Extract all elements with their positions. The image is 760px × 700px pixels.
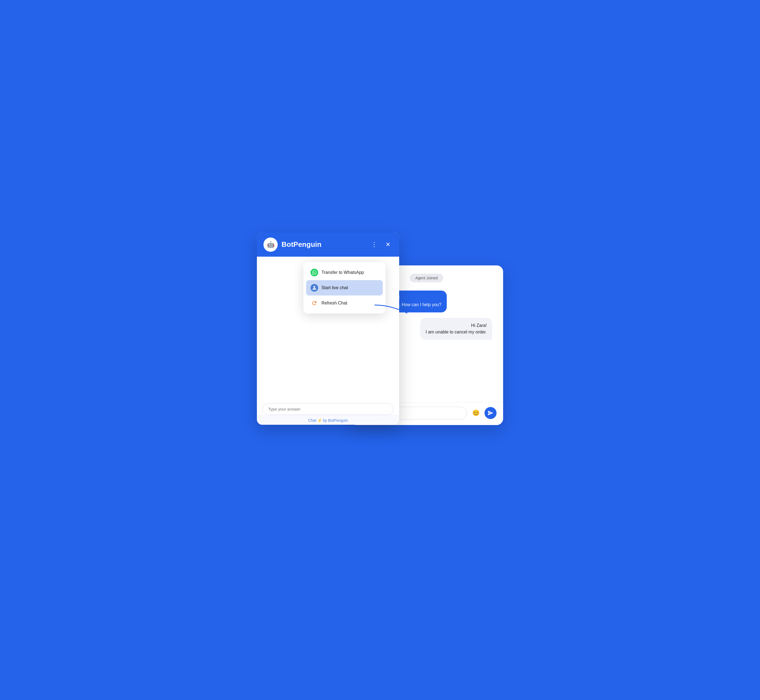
close-button[interactable]: ✕ bbox=[383, 240, 393, 249]
user-message-bubble: Hi Zara!I am unable to cancel my order. bbox=[420, 318, 492, 340]
emoji-button[interactable]: 😊 bbox=[470, 408, 481, 419]
chat-body: Transfer to WhatsApp Start live chat bbox=[257, 257, 399, 399]
whatsapp-icon bbox=[310, 269, 318, 277]
chat-header: 🤖 BotPenguin ⋮ ✕ bbox=[257, 233, 399, 257]
chat-input[interactable] bbox=[262, 403, 394, 415]
brand-name: BotPenguin bbox=[282, 240, 365, 249]
menu-label-whatsapp: Transfer to WhatsApp bbox=[321, 270, 364, 275]
menu-label-refresh: Refresh Chat bbox=[321, 301, 347, 306]
menu-item-refresh[interactable]: Refresh Chat bbox=[306, 295, 383, 311]
person-icon bbox=[310, 284, 318, 292]
menu-label-live-chat: Start live chat bbox=[321, 285, 348, 290]
chat-widget: 🤖 BotPenguin ⋮ ✕ Transfer to WhatsApp bbox=[257, 233, 399, 425]
menu-item-whatsapp[interactable]: Transfer to WhatsApp bbox=[306, 265, 383, 280]
brand-logo: 🤖 bbox=[263, 238, 278, 252]
powered-by-label: Chat ⚡ by BotPenguin bbox=[257, 415, 399, 425]
emoji-icon: 😊 bbox=[472, 409, 480, 417]
send-icon bbox=[487, 410, 494, 416]
dropdown-menu: Transfer to WhatsApp Start live chat bbox=[303, 262, 385, 314]
menu-item-live-chat[interactable]: Start live chat bbox=[306, 280, 383, 295]
refresh-icon bbox=[310, 299, 318, 307]
user-message-text: Hi Zara!I am unable to cancel my order. bbox=[426, 323, 487, 334]
outer-wrapper: 🤖 BotPenguin ⋮ ✕ Transfer to WhatsApp bbox=[257, 233, 503, 468]
chat-footer-input-area bbox=[257, 399, 399, 415]
more-options-button[interactable]: ⋮ bbox=[369, 240, 379, 249]
send-button[interactable] bbox=[484, 407, 497, 419]
agent-joined-badge: Agent Joined bbox=[410, 273, 443, 282]
bot-icon: 🤖 bbox=[267, 241, 274, 248]
